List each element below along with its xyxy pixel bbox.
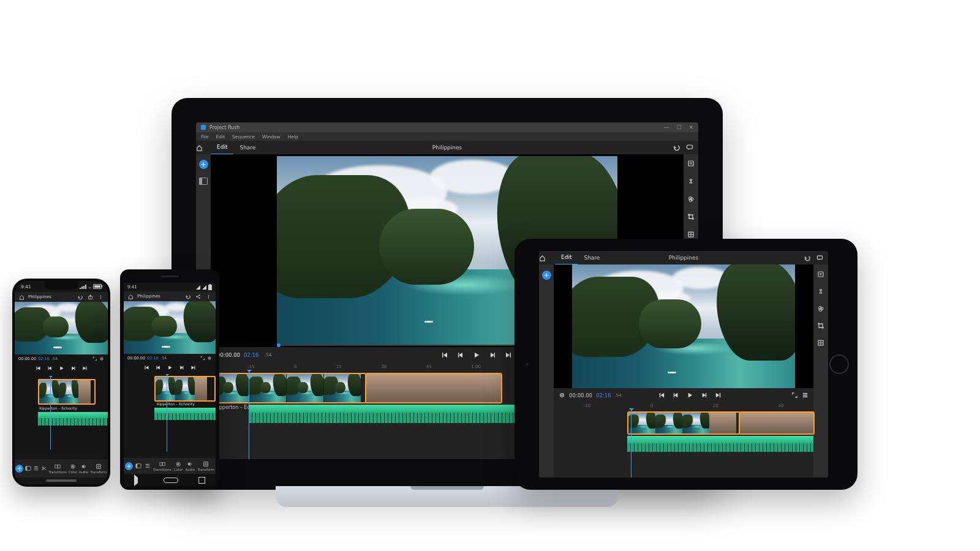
step-forward-button[interactable]: [70, 365, 76, 371]
home-button[interactable]: [196, 144, 211, 151]
menu-edit[interactable]: Edit: [216, 134, 225, 140]
add-media-button[interactable]: +: [15, 465, 23, 473]
audio-icon[interactable]: Audio: [185, 461, 195, 471]
video-clip-2[interactable]: [365, 373, 502, 403]
video-clip-2[interactable]: [739, 411, 815, 435]
play-button[interactable]: [59, 365, 64, 371]
menu-file[interactable]: File: [201, 134, 209, 140]
speed-tool-icon[interactable]: [687, 178, 695, 185]
step-back-button[interactable]: [457, 351, 464, 359]
go-to-end-button[interactable]: [505, 351, 512, 359]
undo-button[interactable]: [673, 144, 680, 151]
home-button[interactable]: [539, 255, 555, 261]
speed-tool-icon[interactable]: [817, 288, 824, 295]
transitions-icon[interactable]: Transitions: [48, 463, 66, 474]
color-icon[interactable]: Color: [69, 463, 77, 474]
ios-home-indicator[interactable]: [46, 479, 77, 482]
undo-button[interactable]: [804, 255, 810, 261]
panel-toggle-icon[interactable]: [135, 463, 141, 469]
record-vo-button[interactable]: [207, 356, 212, 361]
share-icon[interactable]: [195, 294, 201, 299]
color-tool-icon[interactable]: [817, 305, 824, 312]
step-forward-button[interactable]: [489, 351, 496, 359]
more-icon[interactable]: [206, 294, 211, 299]
audio-clip[interactable]: [154, 408, 216, 420]
video-clip-1[interactable]: [211, 373, 366, 403]
color-icon[interactable]: Color: [174, 461, 183, 471]
menu-help[interactable]: Help: [288, 134, 298, 140]
title-tool-icon[interactable]: [817, 271, 824, 278]
window-close-button[interactable]: ✕: [688, 125, 693, 130]
android-home-button[interactable]: [164, 478, 178, 483]
tab-edit[interactable]: Edit: [211, 140, 233, 155]
export-icon[interactable]: [88, 294, 93, 300]
transform-icon[interactable]: Transform: [197, 461, 214, 471]
track-toggle-icon[interactable]: [145, 463, 151, 469]
scissors-icon[interactable]: [41, 465, 47, 471]
tab-share[interactable]: Share: [578, 251, 606, 264]
play-button[interactable]: [167, 365, 173, 370]
timeline[interactable]: Ripperton – Echocity: [15, 373, 108, 459]
step-forward-button[interactable]: [701, 392, 707, 399]
play-button[interactable]: [473, 351, 480, 359]
transitions-icon[interactable]: Transitions: [153, 461, 171, 471]
video-clip-1[interactable]: [154, 376, 216, 402]
comments-button[interactable]: [816, 255, 823, 261]
playhead[interactable]: [167, 375, 167, 452]
transform-tool-icon[interactable]: [687, 231, 695, 238]
tab-share[interactable]: Share: [233, 141, 262, 154]
add-media-button[interactable]: +: [125, 462, 133, 470]
tab-edit[interactable]: Edit: [555, 251, 578, 265]
audio-icon[interactable]: Audio: [79, 463, 89, 474]
go-to-start-button[interactable]: [658, 392, 665, 399]
home-button[interactable]: [19, 294, 24, 300]
timeline[interactable]: Ripperton – Echocity: [554, 409, 813, 478]
transform-tool-icon[interactable]: [817, 339, 824, 347]
menu-sequence[interactable]: Sequence: [232, 134, 255, 140]
timeline[interactable]: Ripperton – Echocity: [124, 372, 216, 458]
timeline-ruler[interactable]: -20 0 20 40: [554, 403, 813, 409]
track-toggle-icon[interactable]: [33, 465, 39, 471]
playhead[interactable]: [631, 409, 631, 478]
project-panel-toggle[interactable]: [199, 178, 208, 185]
fullscreen-button[interactable]: [92, 356, 97, 361]
more-icon[interactable]: [98, 294, 104, 300]
tablet-home-button[interactable]: [829, 354, 849, 374]
step-back-button[interactable]: [156, 365, 161, 370]
audio-clip[interactable]: [627, 436, 813, 452]
record-vo-button[interactable]: [99, 356, 104, 361]
add-media-button[interactable]: +: [199, 160, 208, 169]
comments-button[interactable]: [686, 144, 693, 151]
color-tool-icon[interactable]: [687, 195, 695, 203]
step-forward-button[interactable]: [179, 365, 184, 370]
step-back-button[interactable]: [673, 392, 679, 399]
play-button[interactable]: [687, 392, 693, 399]
go-to-start-button[interactable]: [144, 365, 149, 370]
audio-clip[interactable]: [38, 412, 108, 425]
fullscreen-button[interactable]: [200, 356, 205, 361]
playhead[interactable]: [249, 370, 249, 459]
go-to-end-button[interactable]: [190, 365, 196, 370]
undo-icon[interactable]: [185, 294, 190, 299]
panel-toggle-icon[interactable]: [25, 465, 31, 471]
add-media-button[interactable]: +: [542, 271, 551, 280]
window-minimize-button[interactable]: —: [663, 125, 669, 130]
title-tool-icon[interactable]: [687, 160, 695, 167]
go-to-end-button[interactable]: [82, 365, 88, 371]
go-to-end-button[interactable]: [715, 392, 722, 399]
menu-window[interactable]: Window: [262, 134, 281, 140]
step-back-button[interactable]: [47, 365, 53, 371]
undo-icon[interactable]: [77, 294, 83, 300]
crop-tool-icon[interactable]: [817, 322, 824, 329]
video-clip-1[interactable]: [38, 379, 96, 405]
android-back-button[interactable]: [134, 474, 143, 486]
home-button[interactable]: [128, 294, 134, 299]
fullscreen-button[interactable]: [791, 392, 798, 399]
video-clip-1[interactable]: [627, 411, 740, 435]
menu-button[interactable]: [802, 392, 809, 399]
transform-icon[interactable]: Transform: [90, 463, 107, 474]
record-vo-button[interactable]: [559, 392, 565, 399]
go-to-start-button[interactable]: [441, 351, 448, 359]
playhead[interactable]: [50, 377, 51, 449]
android-recents-button[interactable]: [198, 477, 205, 484]
